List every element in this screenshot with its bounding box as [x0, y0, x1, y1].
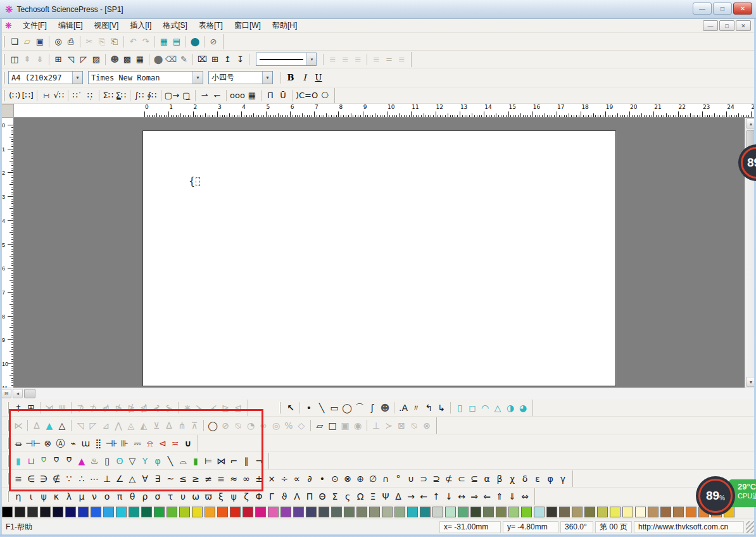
greek-symbol[interactable]: ς — [341, 489, 354, 503]
chevron-down-icon[interactable]: ▼ — [72, 72, 82, 84]
triangle[interactable]: △ — [56, 418, 68, 433]
test-tube-symbol[interactable]: ▮ — [12, 453, 25, 468]
bold-button[interactable]: B — [284, 71, 298, 85]
row-down-button[interactable]: ↧ — [234, 52, 246, 66]
mdi-restore-button[interactable]: □ — [719, 20, 734, 31]
horizontal-scroll-thumb[interactable] — [24, 389, 35, 398]
color-swatch-45[interactable] — [572, 507, 583, 517]
math-symbol[interactable]: ⊇ — [430, 471, 443, 486]
color-swatch-51[interactable] — [648, 507, 658, 517]
greek-symbol[interactable]: ρ — [139, 489, 151, 503]
color-swatch-28[interactable] — [356, 507, 367, 517]
color-swatch-42[interactable] — [534, 507, 545, 517]
insert-above-button[interactable]: ⇞ — [21, 52, 34, 66]
color-swatch-25[interactable] — [318, 507, 329, 517]
math-symbol[interactable]: ≡ — [215, 471, 227, 486]
arrow-symbol[interactable]: → — [405, 489, 417, 503]
color-swatch-6[interactable] — [78, 507, 89, 517]
color-swatch-53[interactable] — [673, 507, 684, 517]
triangle-variant[interactable]: ◹ — [74, 418, 87, 433]
circle-variant[interactable]: ◔ — [244, 418, 257, 433]
arrow-symbol[interactable]: ← — [417, 489, 430, 503]
math-symbol[interactable]: ≅ — [12, 471, 25, 486]
color-swatch-19[interactable] — [243, 507, 253, 517]
color-swatch-4[interactable] — [53, 507, 63, 517]
arrow-over-template-button[interactable]: ⇀ — [198, 88, 211, 103]
cube-3d-tool[interactable]: ◻ — [466, 400, 479, 415]
greek-symbol[interactable]: Γ — [265, 489, 278, 503]
arrow-symbol[interactable]: ⇑ — [493, 489, 506, 503]
color-swatch-50[interactable] — [635, 507, 646, 517]
arrow-symbol[interactable]: ↑ — [430, 489, 443, 503]
crossed-symbol[interactable]: ⋊ — [43, 400, 56, 415]
menu-item-7[interactable]: 帮助[H] — [267, 20, 303, 31]
math-symbol[interactable]: ÷ — [278, 471, 291, 486]
crossed-symbol[interactable]: ⋬ — [137, 400, 150, 415]
crossed-symbol[interactable]: ⊉ — [74, 400, 87, 415]
greek-symbol[interactable]: η — [12, 489, 25, 503]
beaker-symbol[interactable]: ⊔ — [25, 453, 37, 468]
fraction-template-button[interactable]: ∺ — [40, 88, 53, 103]
row-matrix-template-button[interactable]: ooo — [229, 88, 246, 103]
square-variant[interactable]: ◉ — [351, 418, 364, 433]
color-swatch-52[interactable] — [660, 507, 671, 517]
triangle-variant[interactable]: ◸ — [87, 418, 99, 433]
toolbar-grip[interactable] — [3, 72, 5, 84]
math-symbol[interactable]: ⊗ — [341, 471, 354, 486]
circle-variant[interactable]: ∞ — [257, 418, 270, 433]
text-tool[interactable]: .A — [397, 400, 410, 415]
evaporating-dish-symbol[interactable]: ⌓ — [177, 453, 189, 468]
greek-symbol[interactable]: π — [113, 489, 126, 503]
color-swatch-41[interactable] — [521, 507, 532, 517]
triangle-filled[interactable]: ▲ — [43, 418, 56, 433]
toolbar-grip[interactable] — [7, 455, 9, 467]
fill-color-button[interactable]: ⬤ — [152, 52, 165, 66]
color-swatch-37[interactable] — [470, 507, 481, 517]
align-center-button[interactable]: ≡ — [339, 52, 351, 66]
triangle-variant[interactable]: ∆ — [163, 418, 175, 433]
arc-tool[interactable]: ⌒ — [353, 400, 366, 415]
triangle-variant[interactable]: ◬ — [125, 418, 137, 433]
color-swatch-16[interactable] — [205, 507, 215, 517]
color-swatch-1[interactable] — [15, 507, 25, 517]
crossed-symbol[interactable]: ⋉ — [12, 418, 25, 433]
conical-flask-symbol[interactable]: ▲ — [75, 453, 88, 468]
triangle-variant[interactable]: ⊻ — [150, 418, 163, 433]
toolbar-grip[interactable] — [7, 491, 9, 502]
cone-3d-tool[interactable]: △ — [491, 400, 504, 415]
greek-symbol[interactable]: Ψ — [379, 489, 392, 503]
row-up-button[interactable]: ↥ — [221, 52, 234, 66]
math-symbol[interactable]: ∝ — [291, 471, 303, 486]
underbox-template-button[interactable]: ▢̲ — [180, 88, 192, 103]
sum-template-button[interactable]: Σ∷ — [102, 88, 115, 103]
freeform-tool[interactable]: ☻ — [379, 400, 391, 415]
print-button[interactable]: ⎙ — [65, 34, 77, 49]
funnel-symbol[interactable]: ▽ — [126, 453, 139, 468]
flat-flask-symbol[interactable]: ⌂ — [50, 453, 63, 468]
circled-times[interactable]: ⊗ — [420, 418, 433, 433]
carbonyl-template-button[interactable]: )C=O — [295, 88, 318, 103]
color-swatch-10[interactable] — [129, 507, 139, 517]
greek-symbol[interactable]: ψ — [227, 489, 240, 503]
ellipse-badge-button[interactable]: ⊘ — [207, 34, 220, 49]
color-swatch-44[interactable] — [559, 507, 570, 517]
color-swatch-3[interactable] — [40, 507, 51, 517]
math-symbol[interactable]: ∴ — [75, 471, 88, 486]
circle-variant[interactable]: ⍉ — [232, 418, 244, 433]
color-swatch-43[interactable] — [546, 507, 557, 517]
battery-symbol[interactable]: ⊪ — [118, 436, 131, 450]
math-symbol[interactable]: ≈ — [227, 471, 240, 486]
greek-symbol[interactable]: Φ — [253, 489, 265, 503]
math-symbol[interactable]: ⊆ — [468, 471, 481, 486]
iron-stand-symbol[interactable]: ⊨ — [202, 453, 215, 468]
document-canvas[interactable]: { — [14, 118, 745, 388]
line-style-select[interactable]: ▾ — [256, 53, 317, 66]
curve-tool[interactable]: ʃ — [366, 400, 379, 415]
greek-symbol[interactable]: ι — [25, 489, 37, 503]
menu-item-5[interactable]: 表格[T] — [193, 20, 229, 31]
circle[interactable]: ◯ — [206, 418, 219, 433]
color-swatch-17[interactable] — [217, 507, 228, 517]
crossed-symbol[interactable]: ⋭ — [125, 400, 137, 415]
color-swatch-39[interactable] — [496, 507, 507, 517]
crossed-symbol[interactable]: ⊱ — [163, 400, 175, 415]
